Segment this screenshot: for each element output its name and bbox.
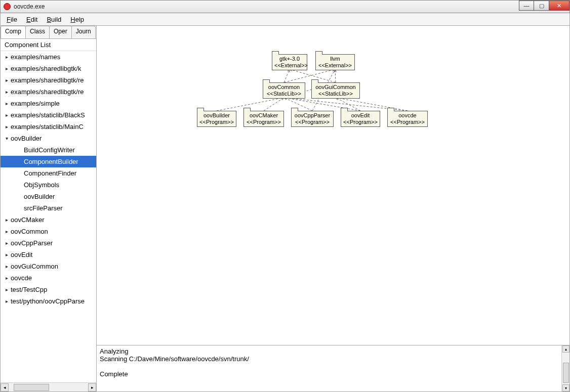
- expand-arrow-icon[interactable]: [6, 112, 11, 118]
- tree-item[interactable]: examples/staticlib/MainC: [1, 121, 96, 133]
- diagram-node-edit[interactable]: oovEdit<<Program>>: [341, 111, 380, 127]
- minimize-button[interactable]: —: [519, 1, 534, 11]
- tree-item-label: examples/names: [11, 53, 60, 61]
- tree-item[interactable]: examples/sharedlibgtk/re: [1, 86, 96, 98]
- menu-help[interactable]: Help: [70, 16, 84, 23]
- scroll-right-button[interactable]: ▸: [88, 383, 96, 391]
- tree-item-label: ComponentFinder: [24, 169, 76, 177]
- tree-item[interactable]: oovcde: [1, 272, 96, 284]
- diagram-node-common[interactable]: oovCommon<<StaticLib>>: [263, 82, 305, 99]
- expand-arrow-icon[interactable]: [6, 66, 11, 71]
- expand-arrow-icon[interactable]: [6, 275, 11, 281]
- scroll-up-button[interactable]: ▴: [562, 345, 569, 353]
- tree-item-label: examples/sharedlibgtk/re: [11, 76, 84, 84]
- tree-item-label: oovEdit: [11, 251, 32, 258]
- tree-item[interactable]: oovBuilder: [1, 133, 96, 144]
- expand-arrow-icon[interactable]: [6, 124, 11, 129]
- expand-arrow-icon[interactable]: [6, 229, 11, 234]
- tree-item[interactable]: test/python/oovCppParse: [1, 295, 96, 307]
- expand-arrow-icon[interactable]: [6, 77, 11, 83]
- expand-arrow-icon[interactable]: [6, 240, 11, 246]
- tree-item[interactable]: oovBuilder: [1, 191, 96, 202]
- tree-item[interactable]: oovCMaker: [1, 214, 96, 226]
- node-name: gtk+-3.0: [274, 56, 305, 62]
- tree-item[interactable]: examples/sharedlibgtk/re: [1, 74, 96, 86]
- tree-item[interactable]: oovEdit: [1, 249, 96, 260]
- node-stereotype: <<Program>>: [390, 119, 425, 125]
- diagram-node-guicommon[interactable]: oovGuiCommon<<StaticLib>>: [311, 82, 360, 99]
- tree-item[interactable]: oovCommon: [1, 226, 96, 237]
- title-bar: oovcde.exe — ▢ ✕: [0, 0, 570, 13]
- scroll-thumb[interactable]: [14, 384, 49, 391]
- component-tree[interactable]: examples/namesexamples/sharedlibgtk/kexa…: [1, 51, 96, 382]
- expand-arrow-icon[interactable]: [6, 252, 11, 257]
- node-name: oovCommon: [265, 84, 303, 91]
- diagram-node-gtk[interactable]: gtk+-3.0<<External>>: [272, 54, 307, 70]
- tree-item-label: oovCommon: [11, 228, 48, 235]
- expand-arrow-icon[interactable]: [6, 101, 11, 106]
- tab-class[interactable]: Class: [25, 26, 50, 38]
- tree-item-label: oovBuilder: [24, 193, 55, 200]
- diagram-node-cppparser[interactable]: oovCppParser<<Program>>: [291, 111, 334, 127]
- expand-arrow-icon[interactable]: [6, 217, 11, 223]
- output-panel: AnalyzingScanning C:/Dave/Mine/software/…: [97, 345, 569, 391]
- tree-item[interactable]: oovCppParser: [1, 237, 96, 249]
- diagram-node-builder[interactable]: oovBuilder<<Program>>: [197, 111, 236, 127]
- tree-item[interactable]: examples/sharedlibgtk/k: [1, 63, 96, 74]
- tree-item-label: examples/sharedlibgtk/k: [11, 65, 81, 72]
- tree-item[interactable]: BuildConfigWriter: [1, 144, 96, 156]
- output-line: [100, 363, 566, 370]
- tree-item-label: examples/simple: [11, 100, 60, 107]
- menu-bar: FileEditBuildHelp: [0, 13, 570, 26]
- vscroll-thumb[interactable]: [563, 363, 569, 383]
- vscroll-track[interactable]: [562, 353, 569, 384]
- node-name: oovBuilder: [199, 112, 234, 119]
- tree-item[interactable]: oovGuiCommon: [1, 260, 96, 272]
- maximize-button[interactable]: ▢: [534, 1, 549, 11]
- expand-arrow-icon[interactable]: [6, 287, 11, 292]
- node-name: oovcde: [390, 112, 425, 119]
- diagram-node-llvm[interactable]: llvm<<External>>: [315, 54, 355, 70]
- expand-arrow-icon[interactable]: [6, 298, 11, 304]
- node-stereotype: <<StaticLib>>: [314, 91, 357, 97]
- tree-item[interactable]: ObjSymbols: [1, 179, 96, 191]
- tree-item-label: test/TestCpp: [11, 286, 47, 293]
- menu-edit[interactable]: Edit: [26, 16, 37, 23]
- scroll-track[interactable]: [9, 383, 88, 391]
- tree-item[interactable]: examples/names: [1, 51, 96, 63]
- tree-item[interactable]: ComponentBuilder: [1, 156, 96, 167]
- node-name: oovCMaker: [246, 112, 281, 119]
- node-stereotype: <<Program>>: [294, 119, 331, 125]
- scroll-left-button[interactable]: ◂: [1, 383, 9, 391]
- svg-line-7: [284, 98, 312, 111]
- tree-item-label: oovcde: [11, 274, 32, 282]
- tree-item[interactable]: srcFileParser: [1, 202, 96, 214]
- tab-comp[interactable]: Comp: [1, 26, 26, 38]
- menu-file[interactable]: File: [7, 16, 17, 23]
- node-stereotype: <<Program>>: [199, 119, 234, 125]
- svg-line-6: [264, 98, 284, 111]
- tab-oper[interactable]: Oper: [49, 26, 72, 38]
- tab-journ[interactable]: Journ: [71, 26, 96, 38]
- diagram-node-cmaker[interactable]: oovCMaker<<Program>>: [243, 111, 284, 127]
- window-controls: — ▢ ✕: [519, 1, 569, 13]
- svg-line-3: [335, 69, 336, 82]
- node-name: oovEdit: [343, 112, 378, 119]
- expand-arrow-icon[interactable]: [6, 136, 11, 141]
- tree-item[interactable]: ComponentFinder: [1, 167, 96, 179]
- scroll-down-button[interactable]: ▾: [562, 384, 569, 391]
- diagram-node-cde[interactable]: oovcde<<Program>>: [387, 111, 428, 127]
- tree-item[interactable]: examples/staticlib/BlackS: [1, 109, 96, 121]
- tree-item-label: srcFileParser: [24, 204, 63, 212]
- expand-arrow-icon[interactable]: [6, 89, 11, 95]
- horizontal-scrollbar[interactable]: ◂ ▸: [1, 382, 96, 391]
- tree-item[interactable]: test/TestCpp: [1, 284, 96, 295]
- expand-arrow-icon[interactable]: [6, 264, 11, 269]
- diagram-canvas[interactable]: gtk+-3.0<<External>>llvm<<External>>oovC…: [97, 26, 569, 345]
- menu-build[interactable]: Build: [47, 16, 61, 23]
- close-button[interactable]: ✕: [549, 1, 569, 11]
- expand-arrow-icon[interactable]: [6, 54, 11, 60]
- tree-item[interactable]: examples/simple: [1, 98, 96, 109]
- svg-line-10: [336, 98, 360, 111]
- vertical-scrollbar[interactable]: ▴ ▾: [561, 345, 569, 391]
